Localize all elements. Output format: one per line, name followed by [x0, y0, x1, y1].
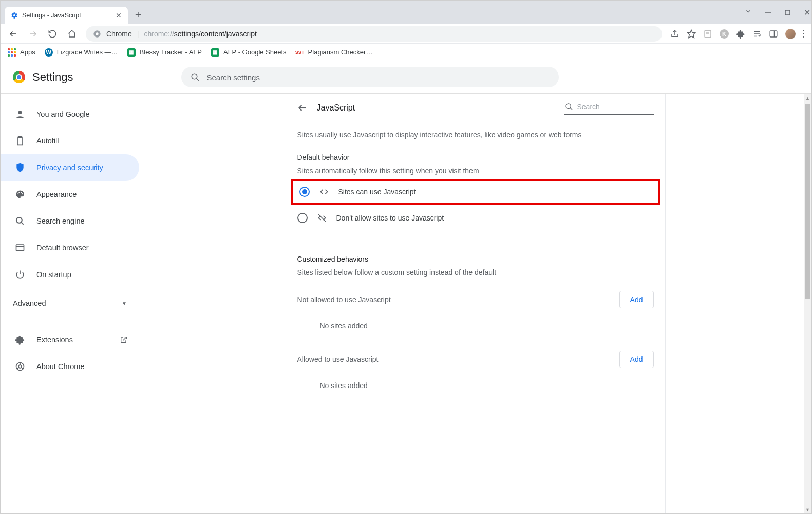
- sidepanel-icon[interactable]: [769, 29, 778, 39]
- reload-button[interactable]: [44, 25, 61, 43]
- sidebar-item-you-and-google[interactable]: You and Google: [1, 101, 139, 127]
- bookmarks-bar: Apps W Lizgrace Writes —… ▦ Blessy Track…: [1, 44, 811, 61]
- extensions-puzzle-icon[interactable]: [736, 29, 745, 39]
- scroll-up-arrow-icon[interactable]: ▲: [805, 96, 810, 101]
- description-text: Sites usually use Javascript to display …: [286, 122, 665, 139]
- svg-point-19: [17, 193, 18, 194]
- svg-line-34: [570, 108, 572, 110]
- svg-rect-18: [18, 137, 22, 138]
- allowed-empty: No sites added: [286, 368, 665, 390]
- forward-button[interactable]: [24, 25, 42, 43]
- site-info-icon[interactable]: [93, 30, 101, 38]
- profile-avatar[interactable]: [785, 29, 796, 39]
- url-scheme-label: Chrome: [106, 30, 132, 38]
- external-link-icon: [120, 336, 128, 344]
- scrollbar-thumb[interactable]: [805, 104, 810, 299]
- svg-point-21: [21, 192, 22, 193]
- sidebar-item-appearance[interactable]: Appearance: [1, 181, 139, 208]
- sidebar-advanced-toggle[interactable]: Advanced ▼: [1, 293, 139, 314]
- browser-toolbar: Chrome | chrome://settings/content/javas…: [1, 24, 811, 44]
- sidebar-item-search-engine[interactable]: Search engine: [1, 208, 139, 234]
- close-tab-icon[interactable]: ✕: [116, 11, 122, 20]
- svg-line-30: [17, 368, 19, 369]
- not-allowed-heading: Not allowed to use Javascript: [297, 296, 391, 304]
- reader-icon[interactable]: [703, 29, 712, 39]
- annotation-highlight: Sites can use Javascript: [291, 179, 660, 205]
- scroll-down-arrow-icon[interactable]: ▼: [805, 507, 810, 512]
- svg-point-20: [18, 192, 20, 193]
- default-behavior-heading: Default behavior: [286, 139, 665, 161]
- address-bar[interactable]: Chrome | chrome://settings/content/javas…: [86, 26, 662, 42]
- settings-header: Settings Search settings: [1, 61, 811, 94]
- radio-label: Don't allow sites to use Javascript: [336, 214, 444, 222]
- tab-search-button[interactable]: [745, 8, 752, 15]
- minimize-window-button[interactable]: [765, 9, 771, 15]
- new-tab-button[interactable]: ＋: [133, 7, 143, 21]
- sidebar-item-default-browser[interactable]: Default browser: [1, 234, 139, 261]
- home-button[interactable]: [63, 25, 81, 43]
- svg-point-17: [18, 111, 22, 114]
- chevron-down-icon: ▼: [122, 301, 127, 306]
- puzzle-icon: [15, 335, 25, 345]
- sheets-icon: ▦: [211, 48, 219, 57]
- search-icon: [565, 103, 573, 111]
- sidebar-item-autofill[interactable]: Autofill: [1, 127, 139, 154]
- back-button[interactable]: [5, 25, 22, 43]
- bookmark-item[interactable]: SST Plagiarism Checker…: [296, 48, 373, 57]
- clipboard-icon: [15, 136, 25, 146]
- svg-marker-6: [688, 30, 695, 38]
- customized-sub: Sites listed below follow a custom setti…: [286, 263, 665, 277]
- sidebar-item-on-startup[interactable]: On startup: [1, 261, 139, 288]
- svg-point-23: [16, 217, 22, 223]
- svg-point-22: [22, 193, 23, 194]
- radio-sites-can-use-js[interactable]: Sites can use Javascript: [299, 181, 652, 203]
- search-settings-input[interactable]: Search settings: [181, 67, 559, 87]
- code-off-icon: [317, 213, 327, 223]
- bookmark-apps[interactable]: Apps: [8, 48, 35, 57]
- tab-title: Settings - JavaScript: [22, 12, 81, 19]
- add-allowed-button[interactable]: Add: [619, 351, 654, 368]
- allowed-heading: Allowed to use Javascript: [297, 355, 379, 363]
- browser-tab-active[interactable]: Settings - JavaScript ✕: [5, 7, 128, 24]
- sst-icon: SST: [296, 48, 304, 57]
- bookmark-star-icon[interactable]: [687, 29, 696, 39]
- window-icon: [15, 243, 25, 253]
- shield-icon: [15, 162, 25, 173]
- kebab-menu-icon[interactable]: [803, 30, 804, 38]
- sidebar-item-extensions[interactable]: Extensions: [1, 326, 139, 353]
- bookmark-item[interactable]: ▦ AFP - Google Sheets: [211, 48, 287, 57]
- bookmark-item[interactable]: W Lizgrace Writes —…: [45, 48, 118, 57]
- power-icon: [15, 269, 25, 280]
- code-icon: [319, 187, 329, 197]
- svg-rect-1: [785, 10, 790, 15]
- radio-selected-icon: [299, 187, 310, 197]
- chrome-outline-icon: [15, 361, 25, 372]
- share-icon[interactable]: [670, 29, 679, 39]
- sidebar-item-about-chrome[interactable]: About Chrome: [1, 353, 139, 380]
- radio-label: Sites can use Javascript: [338, 188, 416, 196]
- svg-point-33: [566, 104, 571, 108]
- reading-list-icon[interactable]: [752, 29, 762, 39]
- back-arrow-button[interactable]: [297, 103, 308, 113]
- radio-dont-allow-js[interactable]: Don't allow sites to use Javascript: [297, 205, 654, 231]
- content-search-input[interactable]: Search: [564, 102, 654, 115]
- profile-k-icon[interactable]: K: [720, 29, 729, 39]
- radio-unselected-icon: [297, 213, 308, 223]
- sidebar-item-privacy-security[interactable]: Privacy and security: [1, 154, 139, 181]
- apps-grid-icon: [8, 48, 16, 57]
- close-window-button[interactable]: ✕: [804, 8, 810, 17]
- bookmark-item[interactable]: ▦ Blessy Tracker - AFP: [127, 48, 202, 57]
- default-behavior-sub: Sites automatically follow this setting …: [286, 161, 665, 175]
- scrollbar-track[interactable]: ▲ ▼: [804, 94, 811, 514]
- app-title: Settings: [32, 70, 73, 84]
- svg-point-5: [96, 32, 98, 35]
- customized-heading: Customized behaviors: [286, 231, 665, 263]
- person-icon: [15, 109, 25, 119]
- sheets-icon: ▦: [127, 48, 136, 57]
- svg-line-31: [21, 368, 23, 369]
- svg-point-15: [192, 74, 197, 79]
- maximize-window-button[interactable]: [785, 10, 790, 15]
- add-not-allowed-button[interactable]: Add: [619, 291, 654, 308]
- settings-card: JavaScript Search Sites usually use Java…: [286, 94, 666, 514]
- search-icon: [15, 216, 25, 226]
